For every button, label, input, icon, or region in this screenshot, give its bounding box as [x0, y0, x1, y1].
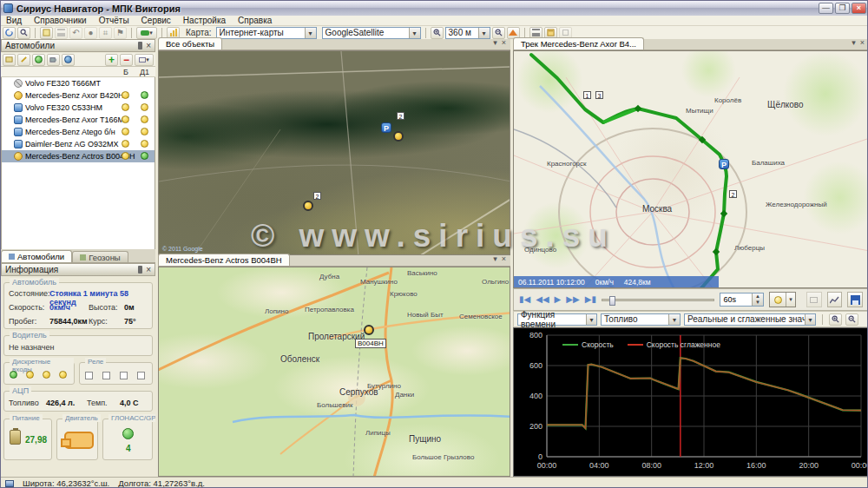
vehicle-row[interactable]: Volvo FE320 Т666МТ	[2, 77, 155, 89]
relay-checkbox-2[interactable]	[102, 372, 110, 379]
maximize-button[interactable]: ❐	[835, 3, 850, 14]
show-chart-button[interactable]	[827, 292, 843, 307]
close-button[interactable]: ×	[852, 3, 866, 14]
chart-zoom-out-button[interactable]	[845, 313, 858, 326]
region-map[interactable]: Дубна Манушкино Васькино Крюково Новый Б…	[158, 267, 510, 477]
chart-zoom-in-button[interactable]	[829, 313, 842, 326]
chart-mode-combobox[interactable]: Функция времени▾	[517, 313, 597, 326]
tracked-vehicle-marker[interactable]	[364, 325, 374, 335]
chart-values-combobox[interactable]: Реальные и сглаженные значен▾	[684, 313, 816, 326]
flag-button[interactable]: ⚑	[114, 27, 127, 39]
rewind-button[interactable]: ◀◀	[536, 295, 549, 304]
playback-slider[interactable]	[602, 299, 715, 301]
zoom-out-button[interactable]	[492, 27, 505, 39]
parking-marker[interactable]: P	[381, 122, 391, 133]
column-header-b[interactable]: Б	[123, 68, 128, 76]
menu-reports[interactable]: Отчёты	[99, 16, 129, 25]
satellite-map[interactable]: 2 P 2 © 2011 Google	[158, 50, 510, 255]
globe-green-button[interactable]	[32, 54, 45, 66]
skip-start-button[interactable]: ▮◀	[519, 295, 530, 304]
spinner-arrows[interactable]: ▲▼	[752, 293, 763, 306]
stop-button[interactable]: ●	[84, 27, 97, 39]
chevron-down-icon[interactable]: ▾	[786, 293, 795, 307]
track-parking-marker[interactable]: P	[719, 159, 729, 169]
chevron-down-icon[interactable]: ▾	[493, 38, 497, 47]
close-icon[interactable]: ×	[146, 42, 151, 49]
chevron-down-icon[interactable]: ▾	[668, 314, 680, 325]
tab-track[interactable]: Трек Mercedes-Benz Axor B4...	[513, 37, 644, 49]
save-button[interactable]	[847, 292, 863, 307]
chevron-down-icon[interactable]: ▾	[409, 28, 420, 38]
track-marker-1[interactable]: 1	[583, 91, 591, 99]
chevron-down-icon[interactable]: ▾	[493, 254, 497, 263]
chevron-down-icon[interactable]: ▾	[586, 314, 596, 325]
close-icon[interactable]: ×	[502, 254, 506, 263]
pin-icon[interactable]	[138, 42, 142, 49]
undo-button[interactable]: ↶	[69, 27, 82, 39]
camera-button[interactable]	[47, 54, 60, 66]
refresh-button[interactable]	[3, 27, 16, 39]
search-button[interactable]	[17, 27, 30, 39]
vehicle-row[interactable]: Volvo FE320 С533НМ	[2, 102, 155, 114]
menu-settings[interactable]: Настройка	[183, 16, 226, 25]
vehicle-marker[interactable]	[303, 201, 313, 211]
vehicle-row[interactable]: Daimler-Benz AG О932МХ	[2, 138, 155, 150]
pin-icon[interactable]	[138, 266, 142, 274]
highlight-dropdown[interactable]: ▾	[769, 292, 796, 307]
slider-thumb[interactable]	[609, 296, 615, 306]
tab-geozones[interactable]: Геозоны	[72, 251, 128, 262]
globe-blue-button[interactable]	[62, 54, 75, 66]
relay-checkbox-4[interactable]	[137, 372, 145, 379]
chevron-down-icon[interactable]: ▾	[805, 314, 815, 325]
map-type-combobox[interactable]: Интернет-карты▾	[216, 27, 317, 39]
track-marker-3[interactable]: 3	[595, 91, 603, 99]
track-map[interactable]: Красногорск Москва Мытищи Королёв Щёлков…	[513, 50, 868, 288]
tab-all-objects[interactable]: Все объекты	[158, 37, 222, 49]
vehicle-row-selected[interactable]: Mercedes-Benz Actros В004ВН	[2, 150, 155, 162]
map-provider-combobox[interactable]: GoogleSatellite▾	[322, 27, 421, 39]
relay-checkbox-3[interactable]	[120, 372, 128, 379]
add-vehicle-button[interactable]: +	[105, 54, 118, 66]
menu-help[interactable]: Справка	[238, 16, 272, 25]
menu-directories[interactable]: Справочники	[34, 16, 87, 25]
chevron-down-icon[interactable]: ▾	[852, 38, 856, 47]
menu-view[interactable]: Вид	[6, 16, 22, 25]
view-mode-dropdown[interactable]: ▾	[135, 54, 154, 66]
tab-vehicle-map[interactable]: Mercedes-Benz Actros В004ВН	[158, 254, 290, 266]
zoom-in-button[interactable]	[431, 27, 444, 39]
minimize-button[interactable]: —	[819, 3, 833, 14]
svg-text:16:00: 16:00	[746, 461, 766, 470]
track-marker-2[interactable]: 2	[729, 190, 737, 198]
chevron-down-icon[interactable]: ▾	[478, 28, 490, 38]
edit-button[interactable]	[40, 27, 53, 39]
vehicle-row[interactable]: Mercedes-Benz Axor В420НВ	[2, 89, 155, 102]
chevron-down-icon[interactable]: ▾	[305, 28, 316, 38]
vehicle-marker[interactable]	[393, 131, 404, 142]
edit-vehicle-button[interactable]	[17, 54, 30, 66]
link-button[interactable]: ⌗	[99, 27, 112, 39]
close-icon[interactable]: ×	[860, 38, 865, 47]
remove-vehicle-button[interactable]: −	[120, 54, 133, 66]
play-button[interactable]: ▶	[555, 295, 562, 304]
menu-service[interactable]: Сервис	[141, 16, 171, 25]
zoom-scale-combobox[interactable]: 360 м▾	[445, 27, 490, 39]
chart-param-combobox[interactable]: Топливо▾	[601, 313, 681, 326]
map-marker-2[interactable]: 2	[397, 112, 404, 120]
window-button[interactable]	[806, 292, 822, 307]
close-icon[interactable]: ×	[502, 38, 506, 47]
fuel-speed-chart[interactable]: Скорость Скорость сглаженное 02004006008…	[513, 327, 868, 477]
grid-button[interactable]	[55, 27, 68, 39]
legend-swatch-speed	[562, 344, 578, 346]
vehicle-menu-button[interactable]: ▾	[136, 27, 157, 39]
close-icon[interactable]: ×	[146, 266, 151, 274]
fast-forward-button[interactable]: ▶▶	[566, 295, 579, 304]
map-marker-2b[interactable]: 2	[313, 192, 321, 200]
group-button[interactable]	[3, 54, 16, 66]
relay-checkbox-1[interactable]	[85, 372, 93, 379]
column-header-d1[interactable]: Д1	[140, 68, 149, 76]
tab-vehicles[interactable]: Автомобили	[1, 250, 72, 262]
interval-spinner[interactable]: 60s ▲▼	[720, 293, 764, 307]
vehicle-row[interactable]: Mercedes-Benz Axor Т166МТ	[2, 114, 155, 126]
vehicle-row[interactable]: Mercedes-Benz Atego б/н	[2, 126, 155, 138]
skip-end-button[interactable]: ▶▮	[585, 295, 596, 304]
